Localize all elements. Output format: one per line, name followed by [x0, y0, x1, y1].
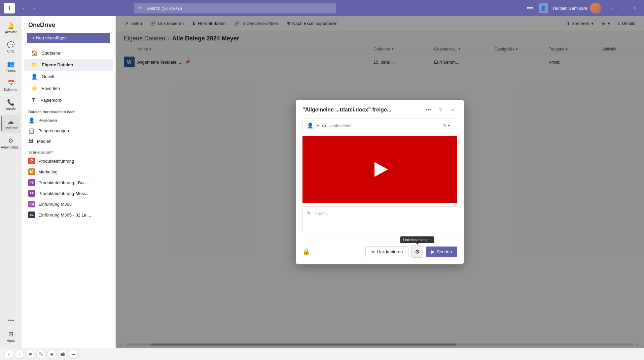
dialog-close-button[interactable]: × — [448, 105, 457, 114]
sidebar-item-anrufe[interactable]: 📞 Anrufe — [1, 96, 20, 113]
message-icon: ✎ — [307, 210, 311, 216]
nav-startseite[interactable]: 🏠 Startseite — [24, 47, 113, 59]
forward-button[interactable]: › — [30, 3, 39, 13]
gear-icon: ⚙ — [415, 249, 420, 255]
dialog-title: "Allgemeine ...tdatei.docx" freige... — [302, 107, 421, 113]
person-icon[interactable]: 👤 — [539, 3, 548, 13]
quick-access-title: Schnellzugriff — [22, 146, 115, 156]
window-controls: − □ × — [606, 3, 640, 13]
admin-icon: ⚙ — [7, 137, 15, 145]
sidebar-item-aktivitat[interactable]: 🔔 Aktivität — [1, 19, 20, 37]
search-icon: 🔍 — [138, 6, 144, 11]
person-add-icon: 👤 — [307, 122, 314, 129]
quick-icon-2: M — [28, 168, 35, 175]
home-icon: 🏠 — [31, 50, 38, 56]
avatar[interactable] — [590, 3, 601, 13]
video-area[interactable] — [302, 136, 457, 203]
dialog-more-button[interactable]: ••• — [424, 105, 433, 114]
more-nav-button[interactable]: ••• — [1, 315, 20, 326]
quick-einfuhrung-m365[interactable]: EM Einführung M365 — [22, 199, 115, 209]
sidebar-item-chat[interactable]: 💬 Chat — [1, 38, 20, 56]
play-button[interactable] — [370, 159, 390, 179]
media-audio-button[interactable]: ◉ — [47, 350, 57, 359]
folder-icon: 📁 — [31, 62, 38, 68]
chevron-down-icon-3: ▾ — [448, 123, 450, 128]
nav-geteilt[interactable]: 👤 Geteilt — [24, 71, 113, 83]
sidebar: OneDrive + Neu hinzufügen 🏠 Startseite 📁… — [22, 16, 116, 348]
teams-logo: T — [4, 3, 15, 13]
message-placeholder: Nachr... — [314, 211, 329, 216]
kalender-label: Kalender — [4, 88, 17, 92]
message-area[interactable]: ✎ Nachr... — [302, 206, 457, 233]
link-copy-icon: ⇔ — [371, 249, 375, 254]
sidebar-title: OneDrive — [22, 16, 115, 31]
onedrive-icon: ☁ — [7, 118, 15, 126]
nav-buttons: ‹ › — [19, 3, 39, 13]
apps-icon: ⊞ — [7, 330, 15, 338]
onedrive-label: OneDrive — [4, 126, 18, 130]
top-bar: T ‹ › 🔍 Search (STRG+E) ••• 👤 Treutlein … — [0, 0, 644, 16]
search-section-title: Dateien durchsuchen nach — [22, 106, 115, 115]
trash-icon: 🗑 — [31, 97, 36, 103]
nav-papierkorb[interactable]: 🗑 Papierkorb — [24, 94, 113, 106]
people-icon: 👤 — [28, 117, 35, 124]
media-zoom-button[interactable]: 🔍 — [36, 350, 46, 359]
aktivitat-icon: 🔔 — [7, 22, 15, 30]
search-bar[interactable]: 🔍 Search (STRG+E) — [134, 3, 336, 13]
dialog-body: 👤 Hinzu... oder einer ✎ ▾ — [296, 119, 464, 246]
close-button[interactable]: × — [629, 3, 640, 13]
media-next-button[interactable]: › — [15, 350, 24, 359]
sidebar-item-administrat[interactable]: ⚙ Administrat... — [1, 134, 20, 152]
star-icon: ⭐ — [31, 85, 38, 92]
left-nav: 🔔 Aktivität 💬 Chat 👥 Teams 📅 Kalender 📞 … — [0, 16, 22, 348]
sidebar-item-apps[interactable]: ⊞ Apps — [1, 327, 20, 345]
back-button[interactable]: ‹ — [19, 3, 28, 13]
apps-label: Apps — [7, 339, 15, 342]
content-area: ↗ Teilen 🔗 Link kopieren ⬇ Herunterladen… — [116, 16, 644, 348]
bottom-bar: ‹ › ⊞ 🔍 ◉ 📹 ••• — [0, 348, 644, 360]
share-dialog: "Allgemeine ...tdatei.docx" freige... ••… — [296, 100, 464, 264]
minimize-button[interactable]: − — [606, 3, 617, 13]
search-medien[interactable]: 🖼 Medien — [22, 136, 115, 146]
quick-produkteinfuhrung-mess[interactable]: PP Produkteinführung-Mess... — [22, 188, 115, 199]
lock-icon: 🔒 — [302, 248, 310, 255]
link-copy-button[interactable]: ⇔ Link kopieren — [365, 246, 408, 257]
sidebar-item-kalender[interactable]: 📅 Kalender — [1, 76, 20, 94]
media-prev-button[interactable]: ‹ — [4, 350, 13, 359]
meeting-icon: 📋 — [28, 128, 35, 134]
nav-favoriten[interactable]: ⭐ Favoriten — [24, 83, 113, 94]
more-options-button[interactable]: ••• — [524, 3, 536, 13]
main-layout: 🔔 Aktivität 💬 Chat 👥 Teams 📅 Kalender 📞 … — [0, 16, 644, 348]
edit-icon: ✎ — [443, 123, 446, 128]
sidebar-item-teams[interactable]: 👥 Teams — [1, 57, 20, 75]
quick-icon-1: P — [28, 158, 35, 164]
sidebar-item-onedrive[interactable]: ☁ OneDrive — [1, 115, 20, 133]
dialog-help-button[interactable]: ? — [436, 105, 445, 114]
quick-marketing[interactable]: M Marketing — [22, 166, 115, 177]
media-screenshot-button[interactable]: ⊞ — [26, 350, 35, 359]
maximize-button[interactable]: □ — [618, 3, 629, 13]
quick-einfuhrung-m365-02[interactable]: E2 Einführung M365 - 02 Lei... — [22, 209, 115, 220]
nav-eigene-dateien[interactable]: 📁 Eigene Dateien — [24, 59, 113, 71]
quick-icon-5: EM — [28, 201, 35, 207]
share-link-row: 👤 Hinzu... oder einer ✎ ▾ — [302, 119, 457, 132]
media-controls: ‹ › ⊞ 🔍 ◉ 📹 ••• — [4, 350, 78, 359]
anrufe-icon: 📞 — [7, 98, 15, 106]
kalender-icon: 📅 — [7, 79, 15, 87]
teams-label: Teams — [6, 69, 15, 72]
search-personen[interactable]: 👤 Personen — [22, 115, 115, 126]
add-new-button[interactable]: + Neu hinzufügen — [27, 33, 110, 43]
share-link-input[interactable]: Hinzu... oder einer — [316, 123, 437, 128]
send-button[interactable]: ▶ Senden — [426, 247, 457, 257]
chat-label: Chat — [7, 50, 14, 53]
quick-produkteinfuhrung-buc[interactable]: PB Produkteinführung - Buc... — [22, 177, 115, 188]
send-icon: ▶ — [431, 249, 435, 254]
link-settings-button[interactable]: ⚙ Linkeinstellungen — [411, 246, 423, 258]
media-more-button[interactable]: ••• — [69, 350, 78, 359]
edit-permissions-button[interactable]: ✎ ▾ — [440, 122, 453, 129]
media-video-button[interactable]: 📹 — [58, 350, 67, 359]
quick-icon-4: PP — [28, 190, 35, 197]
search-besprechungen[interactable]: 📋 Besprechungen — [22, 126, 115, 136]
quick-produkteinfuhrung[interactable]: P Produkteinführung — [22, 156, 115, 166]
search-placeholder: Search (STRG+E) — [146, 6, 182, 11]
